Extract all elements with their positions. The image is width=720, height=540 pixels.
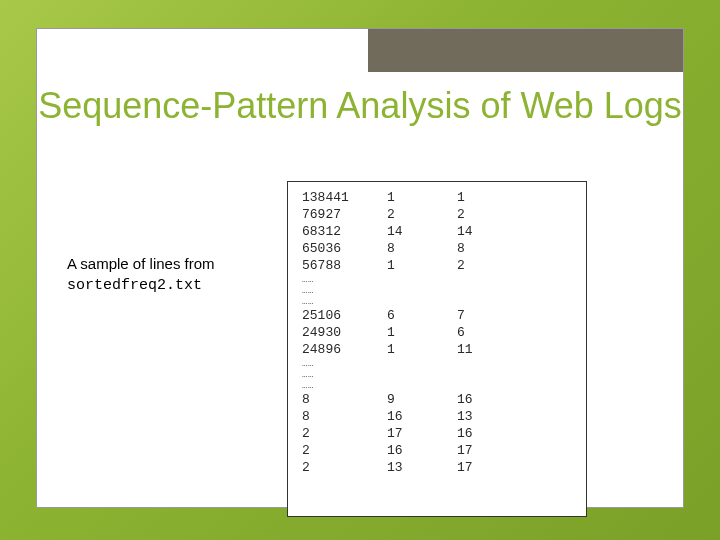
caption-filename: sortedfreq2.txt (67, 277, 202, 294)
table-cell: 8 (457, 241, 572, 258)
data-table: 13844111769272268312141465036885678812……… (302, 190, 572, 477)
table-row: 21617 (302, 443, 572, 460)
table-cell: 1 (457, 190, 572, 207)
ellipsis-row: …… (302, 381, 572, 392)
table-cell: 17 (387, 426, 457, 443)
table-cell: 2 (302, 460, 387, 477)
table-row: 6503688 (302, 241, 572, 258)
table-cell: 7 (457, 308, 572, 325)
table-cell: 2 (302, 426, 387, 443)
table-row: 2493016 (302, 325, 572, 342)
table-cell: 24930 (302, 325, 387, 342)
table-row: 8916 (302, 392, 572, 409)
table-cell: 76927 (302, 207, 387, 224)
table-row: 21317 (302, 460, 572, 477)
table-cell: 14 (387, 224, 457, 241)
ellipsis-row: …… (302, 359, 572, 370)
table-cell: 16 (457, 392, 572, 409)
table-row: 5678812 (302, 258, 572, 275)
table-row: 683121414 (302, 224, 572, 241)
table-cell: 14 (457, 224, 572, 241)
table-row: 7692722 (302, 207, 572, 224)
ellipsis-row: …… (302, 297, 572, 308)
table-cell: 13 (387, 460, 457, 477)
caption-line1: A sample of lines from (67, 255, 215, 272)
table-cell: 1 (387, 258, 457, 275)
table-cell: 17 (457, 443, 572, 460)
table-cell: 25106 (302, 308, 387, 325)
table-cell: 8 (302, 409, 387, 426)
table-cell: 1 (387, 342, 457, 359)
table-cell: 13 (457, 409, 572, 426)
table-cell: 16 (387, 409, 457, 426)
table-cell: 11 (457, 342, 572, 359)
sample-caption: A sample of lines from sortedfreq2.txt (67, 254, 215, 295)
data-sample-panel: 13844111769272268312141465036885678812……… (287, 181, 587, 517)
table-cell: 1 (387, 325, 457, 342)
table-cell: 2 (387, 207, 457, 224)
slide-container: Sequence-Pattern Analysis of Web Logs A … (36, 28, 684, 508)
table-cell: 2 (457, 258, 572, 275)
corner-tab (363, 29, 683, 77)
table-cell: 8 (302, 392, 387, 409)
table-cell: 9 (387, 392, 457, 409)
table-cell: 6 (457, 325, 572, 342)
table-cell: 2 (302, 443, 387, 460)
table-cell: 138441 (302, 190, 387, 207)
table-row: 13844111 (302, 190, 572, 207)
ellipsis-row: …… (302, 370, 572, 381)
table-cell: 2 (457, 207, 572, 224)
table-cell: 65036 (302, 241, 387, 258)
ellipsis-row: …… (302, 275, 572, 286)
table-cell: 17 (457, 460, 572, 477)
ellipsis-row: …… (302, 286, 572, 297)
table-cell: 16 (457, 426, 572, 443)
slide-title: Sequence-Pattern Analysis of Web Logs (37, 85, 683, 126)
table-row: 81613 (302, 409, 572, 426)
table-row: 24896111 (302, 342, 572, 359)
table-cell: 8 (387, 241, 457, 258)
table-cell: 24896 (302, 342, 387, 359)
table-cell: 16 (387, 443, 457, 460)
table-row: 2510667 (302, 308, 572, 325)
table-row: 21716 (302, 426, 572, 443)
table-cell: 56788 (302, 258, 387, 275)
table-cell: 6 (387, 308, 457, 325)
table-cell: 1 (387, 190, 457, 207)
table-cell: 68312 (302, 224, 387, 241)
